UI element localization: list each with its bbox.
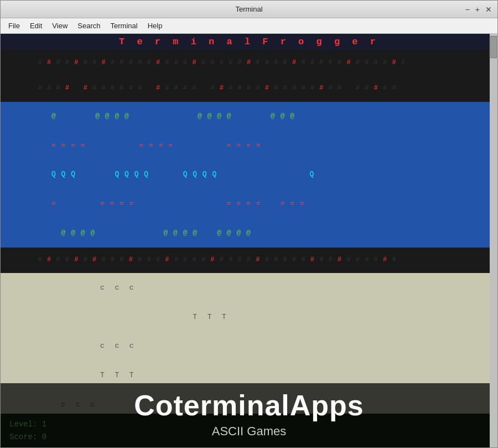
menu-terminal[interactable]: Terminal: [106, 20, 142, 31]
water-row-equals-2: = = = = = = = = = = = =: [1, 189, 497, 218]
window: Terminal − + ✕ File Edit View Search Ter…: [0, 0, 498, 448]
close-button[interactable]: ✕: [485, 5, 492, 14]
status-text: Level: 1Score: 0: [9, 418, 46, 443]
water-row-logs-2: @ @ @ @ @ @ @ @ @ @ @ @: [1, 218, 497, 248]
hash-row-3: # # # # # # # # # # # # # # # # # # # # …: [1, 248, 497, 274]
menu-bar: File Edit View Search Terminal Help: [1, 18, 497, 34]
game-area: T e r m i n a l F r o g g e r # # # # # …: [1, 34, 497, 414]
window-title: Terminal: [235, 5, 262, 13]
title-bar: Terminal − + ✕: [1, 1, 497, 18]
game-title: T e r m i n a l F r o g g e r: [1, 34, 497, 50]
road-row-4: T T T: [1, 361, 497, 390]
window-controls: − + ✕: [465, 5, 492, 14]
road-row-1: c c c: [1, 273, 497, 302]
road-area: c c c T T T c c c T T T c c: [1, 273, 497, 414]
terminal-area: T e r m i n a l F r o g g e r # # # # # …: [1, 34, 497, 447]
level-value: 1: [42, 420, 46, 429]
road-row-5: c c c: [1, 390, 497, 414]
menu-file[interactable]: File: [4, 20, 24, 31]
water-row-equals-1: = = = = = = = = = = = =: [1, 131, 497, 160]
score-value: 0: [42, 432, 46, 441]
hash-row-1: # # # # # # # # # # # # # # # # # # # # …: [1, 50, 497, 76]
menu-view[interactable]: View: [48, 20, 72, 31]
maximize-button[interactable]: +: [475, 5, 480, 14]
water-row-frogs: Q Q Q Q Q Q Q Q Q Q Q Q: [1, 160, 497, 189]
road-row-3: c c c: [1, 332, 497, 361]
scrollbar-thumb[interactable]: [490, 36, 497, 58]
status-bar: Level: 1Score: 0: [1, 414, 497, 447]
road-row-2: T T T: [1, 302, 497, 332]
level-label: Level:: [9, 420, 37, 429]
menu-edit[interactable]: Edit: [25, 20, 46, 31]
menu-help[interactable]: Help: [143, 20, 167, 31]
water-area: @ @ @ @ @ @ @ @ @ @ @ @ = = = = = = = = …: [1, 102, 497, 248]
scrollbar[interactable]: [490, 34, 497, 447]
score-label: Score:: [9, 432, 37, 441]
minimize-button[interactable]: −: [465, 5, 470, 14]
game-title-text: T e r m i n a l F r o g g e r: [119, 37, 379, 47]
water-row-logs-1: @ @ @ @ @ @ @ @ @ @ @ @: [1, 102, 497, 131]
hash-row-2: # # # # # # # # # # # # # # # # # # # # …: [1, 76, 497, 102]
menu-search[interactable]: Search: [73, 20, 105, 31]
